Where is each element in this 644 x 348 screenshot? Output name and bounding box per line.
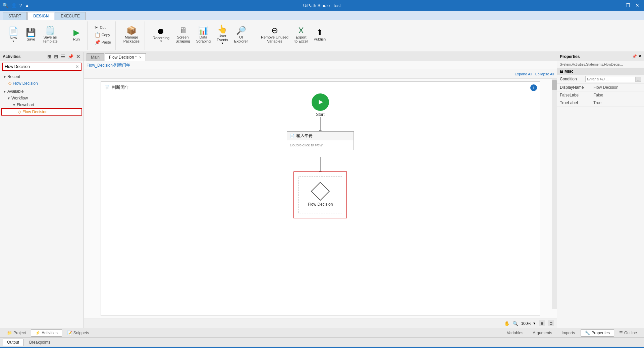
properties-pin-icon[interactable]: 📌 (632, 54, 637, 59)
tab-variables[interactable]: Variables (502, 329, 528, 337)
tab-flow-decision[interactable]: Flow Decision * ✕ (105, 53, 146, 61)
activities-icon-btn-1[interactable]: ⊞ (47, 53, 52, 60)
chevron-up-icon[interactable]: ▲ (25, 3, 30, 8)
bottom-tabs-left: 📁 Project ⚡ Activities 📝 Snippets (3, 329, 501, 337)
app-title: UiPath Studio - test (30, 3, 614, 8)
canvas-vscroll-track[interactable] (552, 79, 557, 309)
publish-button[interactable]: ⬆ Publish (311, 21, 328, 48)
tab-arguments-label: Arguments (533, 331, 552, 335)
breadcrumb-child[interactable]: 判断闰年 (114, 62, 130, 68)
ui-explorer-button[interactable]: 🔎 UI Explorer (232, 21, 250, 48)
tab-execute[interactable]: EXECUTE (55, 12, 86, 20)
minimize-button[interactable]: — (614, 2, 623, 9)
zoom-value: 100% (521, 321, 531, 326)
search-icon[interactable]: 🔍 (3, 3, 8, 8)
tab-outline-label: Outline (624, 331, 637, 335)
chevron-down-icon-flowchart: ▼ (12, 103, 16, 107)
tree-flow-decision-available[interactable]: ◇ Flow Decision (1, 108, 82, 116)
save-button[interactable]: 💾 Save (23, 21, 39, 48)
center-area: Main Flow Decision * ✕ Flow_Decision › 判… (84, 52, 557, 328)
tab-snippets[interactable]: 📝 Snippets (63, 329, 94, 337)
tab-activities[interactable]: ⚡ Activities (31, 329, 62, 337)
tab-imports[interactable]: Imports (557, 329, 579, 337)
menu-tabs: START DESIGN EXECUTE (0, 11, 644, 20)
input-node[interactable]: 📄 输入年份 Double-click to view (287, 131, 354, 150)
canvas-vscroll-thumb[interactable] (552, 80, 557, 90)
new-button[interactable]: 📄 New ▼ (5, 21, 21, 48)
hand-tool-icon[interactable]: ✋ (504, 321, 510, 326)
copy-button[interactable]: 📋 Copy (93, 31, 113, 38)
activities-search-box[interactable]: ✕ (2, 63, 82, 71)
run-button[interactable]: ▶ Run (68, 21, 85, 48)
true-label-value: True (593, 100, 641, 105)
cut-button[interactable]: ✂ Cut (93, 24, 113, 31)
breadcrumb-root[interactable]: Flow_Decision (87, 63, 113, 68)
data-scraping-button[interactable]: 📊 Data Scraping (194, 21, 213, 48)
canvas-bottom: ✋ 🔍 100% ▼ ⊞ ⊡ (84, 319, 557, 328)
snippets-icon: 📝 (67, 331, 72, 335)
zoom-search-icon[interactable]: 🔍 (513, 321, 518, 326)
tree-available-header[interactable]: ▼ Available (1, 88, 82, 95)
canvas-toolbar: Expand All Collapse All (84, 69, 557, 79)
tab-output[interactable]: Output (3, 339, 23, 346)
prop-row-falselabel: FalseLabel False (557, 91, 644, 99)
close-button[interactable]: ✕ (633, 2, 641, 9)
input-node-header: 📄 输入年份 (287, 132, 354, 140)
properties-close-icon[interactable]: ✕ (638, 54, 641, 59)
zoom-dropdown-icon[interactable]: ▼ (533, 322, 536, 325)
restore-button[interactable]: ❐ (624, 2, 632, 9)
main-layout: Activities ⊞ ⊟ ☰ 📌 ✕ ✕ ▼ Recent ◇ Flow D (0, 52, 644, 328)
doc-tabs: Main Flow Decision * ✕ (84, 52, 557, 61)
tab-close-icon[interactable]: ✕ (139, 56, 142, 59)
tab-flow-decision-label: Flow Decision * (109, 55, 137, 60)
expand-all-button[interactable]: Expand All (515, 72, 532, 76)
activities-search-clear[interactable]: ✕ (75, 64, 79, 69)
tree-workflow-header[interactable]: ▼ Workflow (1, 95, 82, 101)
properties-title: Properties (560, 54, 580, 59)
export-excel-button[interactable]: X Export to Excel (292, 21, 310, 48)
condition-browse-button[interactable]: ... (635, 77, 641, 82)
tab-design[interactable]: DESIGN (28, 12, 54, 20)
flow-decision-node[interactable]: Flow Decision (293, 171, 347, 218)
tab-breakpoints[interactable]: Breakpoints (25, 339, 55, 346)
activities-pin-btn[interactable]: 📌 (67, 53, 74, 60)
properties-misc-section[interactable]: ⊟ Misc (557, 68, 644, 75)
activities-close-btn[interactable]: ✕ (75, 53, 81, 60)
user-events-button[interactable]: 👆 User Events ▼ (214, 21, 230, 48)
tree-flowchart-header[interactable]: ▼ Flowchart (1, 101, 82, 108)
fit-page-button[interactable]: ⊞ (539, 321, 545, 326)
window-controls: — ❐ ✕ (614, 2, 641, 9)
start-circle[interactable] (312, 93, 329, 111)
recording-button[interactable]: ⏺ Recording ▼ (150, 21, 172, 48)
tab-project[interactable]: 📁 Project (3, 329, 30, 337)
remove-unused-icon: ⊖ (271, 26, 278, 34)
tree-recent-header[interactable]: ▼ Recent (1, 73, 82, 80)
tab-main[interactable]: Main (87, 53, 104, 61)
tab-properties[interactable]: 🔧 Properties (581, 329, 614, 337)
start-node[interactable]: Start (312, 93, 329, 117)
remove-unused-button[interactable]: ⊖ Remove Unused Variables (259, 21, 291, 48)
activities-icon-btn-3[interactable]: ☰ (60, 53, 66, 60)
info-button[interactable]: i (530, 84, 537, 91)
output-tabs-bar: Output Breakpoints (0, 337, 644, 347)
collapse-all-button[interactable]: Collapse All (535, 72, 554, 76)
condition-input[interactable] (585, 76, 635, 82)
flow-group-title: 判断闰年 (112, 84, 129, 90)
help-icon[interactable]: ? (19, 3, 22, 8)
activities-icon-btn-2[interactable]: ⊟ (53, 53, 59, 60)
true-label-label: TrueLabel (560, 100, 593, 105)
screen-scraping-button[interactable]: 🖥 Screen Scraping (173, 21, 192, 48)
save-template-button[interactable]: 🗒️ Save as Template (40, 21, 60, 48)
tree-recent-flow-decision[interactable]: ◇ Flow Decision (1, 80, 82, 87)
cut-icon: ✂ (95, 25, 99, 30)
status-bar: https://blog.3adm.com/71... Add To Sourc… (0, 347, 644, 348)
tab-outline[interactable]: ☰ Outline (615, 329, 641, 337)
tab-start[interactable]: START (3, 12, 27, 20)
account-icon[interactable]: 👤 (11, 3, 17, 8)
fit-selection-button[interactable]: ⊡ (548, 321, 554, 326)
activities-search-input[interactable] (5, 64, 74, 69)
paste-button[interactable]: 📌 Paste (93, 39, 113, 46)
manage-packages-button[interactable]: 📦 Manage Packages (121, 21, 142, 48)
tab-arguments[interactable]: Arguments (528, 329, 556, 337)
activities-tree: ▼ Recent ◇ Flow Decision ▼ Available ▼ W… (0, 72, 84, 328)
